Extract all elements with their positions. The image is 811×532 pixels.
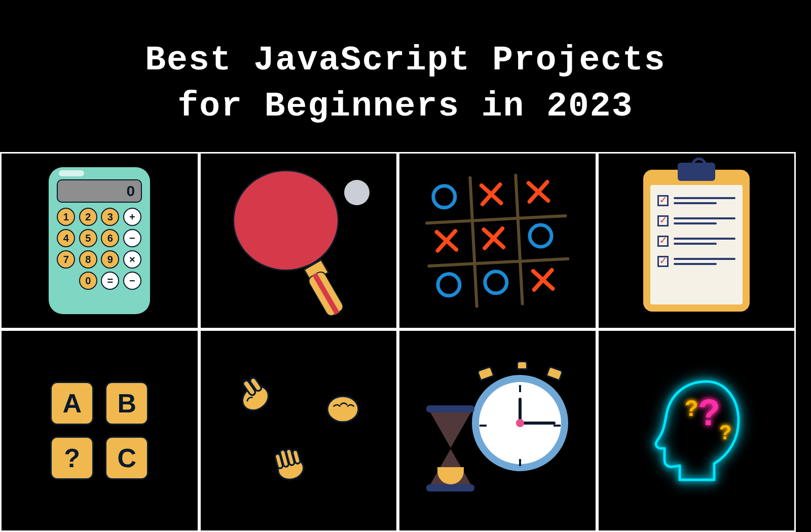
- letter-block-b: B: [105, 382, 149, 425]
- calculator-icon: 0 123+456−789×0=−: [49, 167, 150, 314]
- ttt-cell: [470, 174, 513, 214]
- clipboard-checklist-icon: ✓ ✓ ✓ ✓: [643, 170, 750, 312]
- title-line-1: Best JavaScript Projects: [145, 41, 666, 80]
- svg-point-3: [327, 396, 358, 422]
- ttt-cell: [428, 264, 470, 305]
- ping-pong-ball-icon: [344, 180, 370, 205]
- letter-blocks-icon: A B ? C: [50, 382, 149, 480]
- calculator-key: 2: [79, 208, 97, 226]
- calculator-display: 0: [57, 179, 142, 203]
- rock-hand-icon: [321, 388, 364, 431]
- calculator-key: =: [101, 272, 119, 290]
- ttt-cell: [425, 220, 468, 260]
- project-grid: 0 123+456−789×0=− ✓: [0, 152, 811, 532]
- project-cell-calculator: 0 123+456−789×0=−: [0, 152, 199, 329]
- ttt-cell: [472, 218, 515, 258]
- hourglass-icon: [426, 405, 474, 491]
- calculator-key: 6: [101, 229, 119, 247]
- ttt-cell: [475, 262, 518, 302]
- project-cell-quiz-app: ? ? ?: [597, 329, 796, 532]
- calculator-key: −: [123, 272, 141, 290]
- letter-block-question: ?: [50, 436, 94, 480]
- neon-head-outline-icon: [638, 372, 755, 489]
- paper-hand-icon: [263, 438, 316, 491]
- tic-tac-toe-icon: [423, 171, 572, 310]
- scissors-hand-icon: [224, 366, 284, 426]
- calculator-key: 0: [79, 272, 97, 290]
- title-line-2: for Beginners in 2023: [178, 87, 634, 126]
- ttt-cell: [517, 172, 560, 212]
- question-mark-small-2: ?: [719, 421, 731, 444]
- project-cell-ping-pong: [199, 152, 398, 329]
- calculator-key: 8: [79, 250, 97, 269]
- letter-block-a: A: [50, 382, 94, 425]
- calculator-key: 9: [101, 250, 119, 269]
- alarm-clock-icon: [472, 375, 568, 471]
- question-mark-small-1: ?: [685, 396, 698, 421]
- calculator-key: 5: [79, 229, 97, 247]
- ttt-cell: [520, 215, 562, 255]
- calculator-key: 7: [57, 250, 75, 269]
- calculator-key: +: [123, 208, 141, 226]
- project-cell-countdown-timer: [398, 329, 597, 532]
- calculator-key: −: [123, 229, 141, 247]
- ping-pong-icon: [228, 170, 370, 312]
- ttt-cell: [522, 259, 564, 299]
- project-cell-todo-list: ✓ ✓ ✓ ✓: [597, 152, 796, 329]
- calculator-key: 1: [57, 208, 75, 226]
- ttt-cell: [423, 176, 466, 216]
- page-title: Best JavaScript Projects for Beginners i…: [0, 0, 811, 152]
- calculator-key: 4: [57, 229, 75, 247]
- calculator-key: 3: [101, 208, 119, 226]
- letter-block-c: C: [105, 436, 149, 480]
- calculator-key: ×: [123, 250, 141, 269]
- project-cell-rock-paper-scissors: [199, 329, 398, 532]
- rock-paper-scissors-icon: [233, 375, 364, 486]
- neon-head-question-icon: ? ? ?: [638, 372, 755, 489]
- project-cell-tic-tac-toe: [398, 152, 597, 329]
- question-mark-large: ?: [698, 392, 720, 433]
- clock-hourglass-icon: [426, 370, 568, 491]
- project-cell-hangman: A B ? C: [0, 329, 199, 532]
